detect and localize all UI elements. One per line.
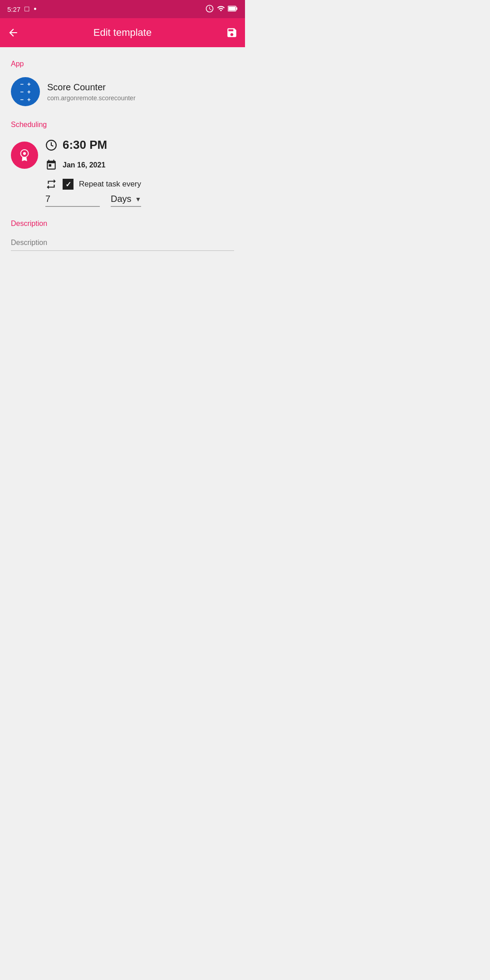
repeat-label: Repeat task every xyxy=(79,180,141,189)
scheduling-content: 6:30 PM Jan 16, 2021 xyxy=(11,136,234,190)
save-button[interactable] xyxy=(226,27,238,39)
app-info: Score Counter com.argonremote.scorecount… xyxy=(47,82,136,102)
scheduling-details: 6:30 PM Jan 16, 2021 xyxy=(45,136,234,190)
date-row[interactable]: Jan 16, 2021 xyxy=(45,159,234,171)
signal-icon xyxy=(217,5,225,14)
page-title: Edit template xyxy=(93,27,152,39)
status-bar-left: 5:27 ☐ • xyxy=(7,5,37,14)
repeat-icon xyxy=(45,178,57,190)
back-button[interactable] xyxy=(7,27,19,39)
svg-rect-1 xyxy=(236,7,237,10)
notification-icon: ☐ xyxy=(24,5,30,13)
clock-icon xyxy=(45,139,57,151)
repeat-row[interactable]: ✓ Repeat task every xyxy=(45,178,234,190)
app-name: Score Counter xyxy=(47,82,136,93)
plus-icon-3: + xyxy=(27,97,31,103)
plus-icon-1: + xyxy=(27,81,31,87)
status-bar-right xyxy=(205,4,238,15)
minus-icon-2: − xyxy=(20,89,24,95)
checkmark-icon: ✓ xyxy=(65,180,71,189)
interval-unit-label: Days xyxy=(111,194,132,204)
minus-icon-3: − xyxy=(20,97,24,103)
plus-icon-2: + xyxy=(27,89,31,95)
repeat-checkbox[interactable]: ✓ xyxy=(63,179,74,190)
main-content: App − + − + − + xyxy=(0,47,245,490)
scheduling-section-header: Scheduling xyxy=(11,121,234,129)
description-section-header: Description xyxy=(11,220,234,228)
toolbar: Edit template xyxy=(0,18,245,47)
time-row[interactable]: 6:30 PM xyxy=(45,138,234,152)
description-section: Description xyxy=(11,220,234,251)
app-icon: − + − + − + xyxy=(11,77,40,106)
time-value: 6:30 PM xyxy=(63,138,107,152)
alarm-fab[interactable] xyxy=(11,142,38,169)
app-section: App − + − + − + xyxy=(11,60,234,108)
status-time: 5:27 xyxy=(7,5,20,13)
svg-point-3 xyxy=(23,152,26,155)
app-item[interactable]: − + − + − + Score Counter com.argonremot… xyxy=(11,75,234,108)
alarm-status-icon xyxy=(205,4,214,15)
battery-icon xyxy=(228,5,238,13)
date-value: Jan 16, 2021 xyxy=(63,161,105,169)
app-section-header: App xyxy=(11,60,234,68)
repeat-interval-row: Days ▼ xyxy=(45,194,234,207)
dot-indicator: • xyxy=(34,5,36,14)
description-input[interactable] xyxy=(11,235,234,251)
minus-icon-1: − xyxy=(20,81,24,87)
svg-rect-2 xyxy=(228,6,235,10)
status-bar: 5:27 ☐ • xyxy=(0,0,245,18)
interval-unit-selector[interactable]: Days ▼ xyxy=(111,194,141,207)
interval-input[interactable] xyxy=(45,194,100,207)
scheduling-section: Scheduling 6 xyxy=(11,121,234,207)
calendar-icon xyxy=(45,159,57,171)
dropdown-arrow-icon: ▼ xyxy=(135,196,142,203)
app-package: com.argonremote.scorecounter xyxy=(47,94,136,102)
